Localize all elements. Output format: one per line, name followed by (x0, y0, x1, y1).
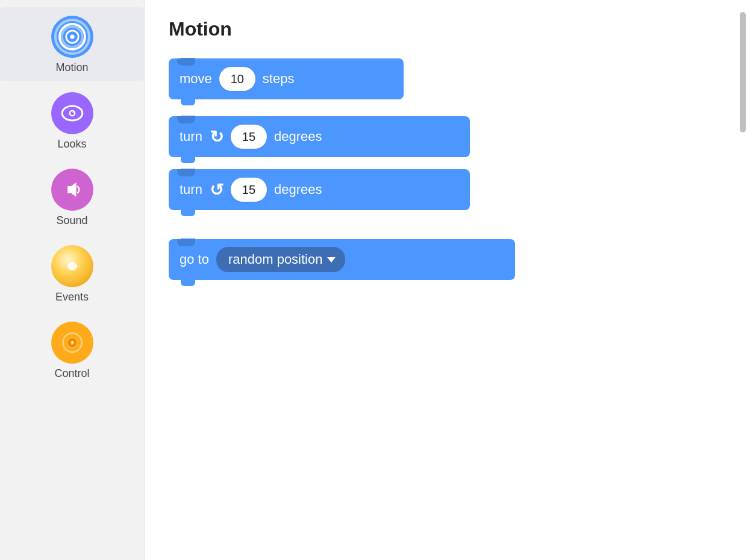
looks-svg (60, 101, 85, 126)
svg-point-0 (62, 26, 83, 47)
sidebar-label-events: Events (55, 291, 89, 303)
turn-ccw-text-after: degrees (274, 182, 322, 198)
sound-svg (60, 177, 85, 202)
sidebar-item-motion[interactable]: Motion (0, 7, 144, 81)
turn-ccw-text-before: turn (180, 182, 202, 198)
move-steps-block[interactable]: move 10 steps (169, 58, 404, 99)
spacer (169, 221, 723, 239)
sidebar-item-sound[interactable]: Sound (0, 160, 144, 234)
events-svg (60, 254, 85, 279)
sidebar-label-looks: Looks (57, 138, 86, 151)
motion-icon (51, 16, 93, 58)
turn-ccw-value: 15 (242, 183, 255, 197)
turn-ccw-input[interactable]: 15 (231, 178, 267, 202)
control-svg (60, 330, 85, 355)
turn-cw-input[interactable]: 15 (231, 125, 267, 149)
move-steps-input[interactable]: 10 (219, 67, 255, 91)
go-to-dropdown[interactable]: random position (216, 247, 346, 272)
main-wrapper: Motion move 10 steps turn ↻ (145, 0, 747, 560)
block-notch-cw (177, 116, 195, 123)
page-title: Motion (169, 18, 723, 40)
move-text-before: move (180, 71, 212, 87)
block-notch (177, 58, 195, 66)
block-notch-goto (177, 239, 195, 246)
go-to-block[interactable]: go to random position (169, 239, 515, 280)
sidebar-item-events[interactable]: Events (0, 237, 144, 311)
turn-cw-text-before: turn (180, 129, 202, 145)
main-content: Motion move 10 steps turn ↻ (145, 0, 747, 560)
sidebar-label-sound: Sound (56, 214, 87, 227)
control-icon (51, 322, 93, 364)
sidebar-label-motion: Motion (55, 61, 88, 74)
block-move-steps: move 10 steps (169, 58, 723, 99)
scrollbar-track[interactable] (739, 0, 747, 560)
svg-point-2 (70, 34, 74, 39)
block-inner-move: move 10 steps (180, 67, 294, 91)
block-turn-cw: turn ↻ 15 degrees (169, 110, 723, 157)
svg-point-1 (66, 31, 78, 43)
move-steps-value: 10 (231, 72, 244, 86)
scrollbar-thumb[interactable] (740, 12, 746, 132)
turn-ccw-icon: ↺ (210, 180, 223, 200)
turn-cw-value: 15 (242, 130, 255, 144)
block-turn-ccw: turn ↺ 15 degrees (169, 168, 723, 210)
sidebar: Motion Looks Sound (0, 0, 145, 560)
svg-point-6 (72, 111, 73, 113)
block-inner-goto: go to random position (180, 247, 345, 272)
go-to-text-before: go to (180, 252, 209, 267)
turn-cw-icon: ↻ (210, 127, 223, 147)
sidebar-item-looks[interactable]: Looks (0, 84, 144, 158)
block-go-to: go to random position (169, 239, 723, 280)
sidebar-item-control[interactable]: Control (0, 313, 144, 387)
block-inner-turn-ccw: turn ↺ 15 degrees (180, 178, 322, 202)
move-text-after: steps (263, 71, 295, 87)
svg-marker-7 (67, 182, 76, 197)
block-notch-ccw (177, 169, 195, 176)
turn-ccw-block[interactable]: turn ↺ 15 degrees (169, 169, 470, 210)
block-inner-turn-cw: turn ↻ 15 degrees (180, 125, 322, 149)
events-icon (51, 245, 93, 287)
sound-icon (51, 169, 93, 211)
go-to-dropdown-value: random position (228, 252, 323, 267)
turn-cw-block[interactable]: turn ↻ 15 degrees (169, 116, 470, 157)
sidebar-label-control: Control (54, 367, 89, 380)
dropdown-arrow-icon (327, 257, 336, 263)
looks-icon (51, 92, 93, 134)
motion-svg (60, 24, 85, 49)
turn-cw-text-after: degrees (274, 129, 322, 145)
svg-point-13 (71, 341, 73, 344)
